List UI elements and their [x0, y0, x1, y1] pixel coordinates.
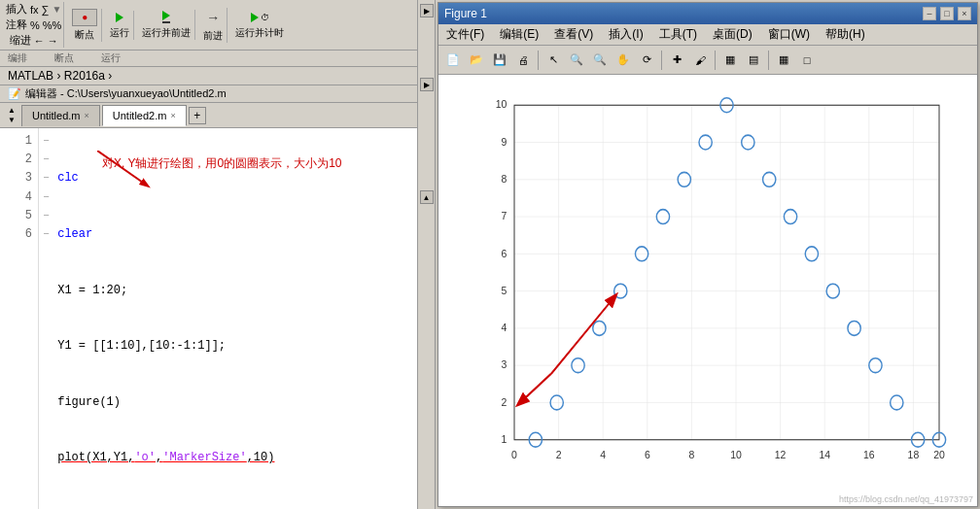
editor-container: ▲ ▼ Untitled.m × Untitled2.m × + 1 2 3 4	[0, 103, 417, 509]
tab-untitled-close[interactable]: ×	[85, 111, 89, 120]
fig-brush-btn[interactable]: 🖌	[689, 50, 711, 71]
fig-zoom-out-btn[interactable]: 🔍	[589, 50, 611, 71]
tab-untitled[interactable]: Untitled.m ×	[21, 105, 100, 126]
pctpct-btn[interactable]: %%	[43, 19, 62, 31]
breakpoint-btn[interactable]: ●	[72, 9, 97, 26]
run-label: 运行	[110, 26, 129, 40]
side-btn-3[interactable]: ▲	[420, 190, 434, 204]
code-editor[interactable]: 1 2 3 4 5 6 – – – – – – clc clear	[0, 128, 417, 509]
pct-btn[interactable]: %	[30, 19, 40, 31]
svg-text:16: 16	[863, 448, 875, 460]
svg-text:8: 8	[502, 172, 508, 185]
svg-text:10: 10	[496, 98, 508, 111]
fig-pan-btn[interactable]: ✋	[612, 50, 634, 71]
menu-insert[interactable]: 插入(I)	[605, 26, 647, 43]
svg-text:4: 4	[502, 322, 508, 334]
fig-sep-2	[661, 51, 662, 70]
fig-legend-btn[interactable]: ▤	[743, 50, 764, 71]
line-dashes: – – – – – –	[39, 128, 53, 509]
code-line-1: clc	[57, 169, 413, 187]
forward-label: 前进	[203, 29, 223, 43]
fig-sep-1	[538, 51, 539, 70]
fig-cursor-btn[interactable]: ↖	[542, 50, 564, 71]
forward-btn[interactable]: →	[204, 8, 222, 27]
plot-svg: 1 2 3 4 5 6 7 8 9 10 0 2 4 6 8 10 12 14 …	[477, 85, 958, 477]
line-numbers: 1 2 3 4 5 6	[0, 128, 39, 509]
svg-text:6: 6	[502, 247, 508, 259]
add-tab-btn[interactable]: +	[189, 107, 206, 124]
fig-zoom-in-btn[interactable]: 🔍	[566, 50, 587, 71]
menu-view[interactable]: 查看(V)	[550, 26, 597, 43]
tab-scroll-down[interactable]: ▼	[4, 116, 19, 124]
svg-rect-23	[514, 105, 939, 439]
svg-text:1: 1	[502, 432, 508, 445]
indent-right-btn[interactable]: →	[48, 35, 58, 47]
indent-label: 缩进	[10, 33, 31, 48]
fig-new-btn[interactable]: 📄	[442, 50, 464, 71]
run-btn[interactable]	[114, 11, 125, 24]
menu-edit[interactable]: 编辑(E)	[496, 26, 542, 43]
menu-window[interactable]: 窗口(W)	[764, 26, 814, 43]
svg-text:5: 5	[502, 284, 508, 296]
menu-desktop[interactable]: 桌面(D)	[709, 26, 756, 43]
svg-text:2: 2	[502, 395, 508, 408]
svg-text:10: 10	[730, 448, 742, 460]
editor-title: 编辑器 - C:\Users\yuanxueyao\Untitled2.m	[25, 86, 227, 101]
svg-text:9: 9	[502, 135, 508, 148]
svg-text:14: 14	[819, 448, 830, 460]
code-line-4: Y1 = [[1:10],[10:-1:1]];	[57, 337, 413, 356]
tab-bar: ▲ ▼ Untitled.m × Untitled2.m × +	[0, 103, 417, 128]
menu-file[interactable]: 文件(F)	[442, 26, 488, 43]
fig-print-btn[interactable]: 🖨	[512, 50, 534, 71]
fig-colorbar-btn[interactable]: ▦	[719, 50, 741, 71]
watermark: https://blog.csdn.net/qq_41973797	[839, 494, 973, 504]
run-time-label: 运行并计时	[235, 26, 284, 40]
fig-sep-3	[715, 51, 716, 70]
plot-area: 1 2 3 4 5 6 7 8 9 10 0 2 4 6 8 10 12 14 …	[438, 75, 977, 506]
matlab-panel: 插入 fx ∑ ▼ 注释 % %% 缩进 ← → ● 断点	[0, 0, 418, 509]
fx-icon: ▼	[52, 4, 61, 15]
code-line-3: X1 = 1:20;	[57, 282, 413, 300]
maximize-btn[interactable]: □	[940, 7, 954, 20]
svg-text:7: 7	[502, 210, 508, 222]
plot-arrow2	[518, 374, 551, 405]
run-advance-label: 运行并前进	[142, 26, 191, 40]
figure-menubar: 文件(F) 编辑(E) 查看(V) 插入(I) 工具(T) 桌面(D) 窗口(W…	[438, 24, 977, 46]
menu-help[interactable]: 帮助(H)	[822, 26, 869, 43]
close-btn[interactable]: ×	[958, 7, 971, 20]
fig-box-btn[interactable]: □	[796, 50, 818, 71]
indent-left-btn[interactable]: ←	[34, 35, 45, 47]
code-content[interactable]: clc clear X1 = 1:20; Y1 = [[1:10],[10:-1…	[53, 128, 417, 509]
fig-grid-btn[interactable]: ▦	[773, 50, 794, 71]
side-btn-2[interactable]: ▶	[420, 78, 434, 91]
svg-text:18: 18	[908, 448, 920, 460]
sigma-btn[interactable]: ∑	[42, 4, 50, 16]
svg-text:2: 2	[556, 448, 562, 460]
svg-text:20: 20	[933, 448, 945, 460]
breadcrumb: MATLAB › R2016a ›	[0, 67, 417, 85]
svg-text:3: 3	[502, 358, 508, 371]
menu-tools[interactable]: 工具(T)	[655, 26, 701, 43]
side-btn-1[interactable]: ▶	[420, 4, 434, 17]
fig-data-cursor-btn[interactable]: ✚	[666, 50, 687, 71]
tab-scroll-up[interactable]: ▲	[4, 106, 19, 115]
code-line-6: plot(X1,Y1,'o','MarkerSize',10)	[57, 449, 413, 467]
run-time-btn[interactable]: ⏱	[249, 11, 271, 24]
minimize-btn[interactable]: –	[923, 7, 936, 20]
editor-icon: 📝	[8, 87, 21, 100]
fig-open-btn[interactable]: 📂	[466, 50, 487, 71]
comment-label: 注释	[6, 17, 27, 32]
figure-toolbar: 📄 📂 💾 🖨 ↖ 🔍 🔍 ✋ ⟳ ✚ 🖌 ▦ ▤ ▦ □	[438, 46, 977, 75]
breadcrumb-text: MATLAB › R2016a ›	[8, 69, 112, 83]
tab-untitled-label: Untitled.m	[32, 110, 81, 121]
svg-text:0: 0	[511, 448, 517, 460]
svg-text:6: 6	[645, 448, 650, 460]
fig-rotate-btn[interactable]: ⟳	[636, 50, 657, 71]
run-advance-btn[interactable]	[161, 10, 171, 24]
tab-untitled2-close[interactable]: ×	[170, 111, 175, 120]
fx-btn[interactable]: fx	[30, 4, 39, 16]
code-line-5: figure(1)	[57, 393, 413, 412]
breakpoint-label: 断点	[75, 28, 94, 42]
fig-save-btn[interactable]: 💾	[489, 50, 510, 71]
tab-untitled2[interactable]: Untitled2.m ×	[102, 105, 187, 126]
